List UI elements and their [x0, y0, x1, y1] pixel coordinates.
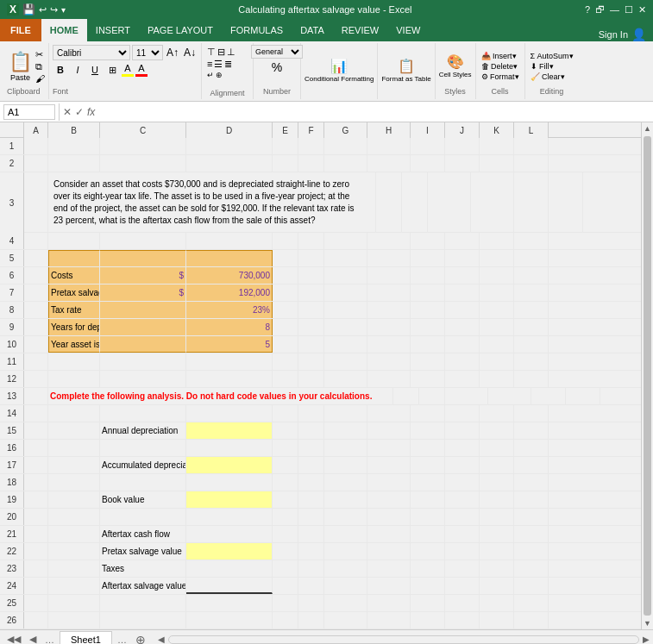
- cell-j6[interactable]: [445, 267, 480, 284]
- confirm-formula-icon[interactable]: ✓: [75, 106, 84, 118]
- cell-d25[interactable]: [186, 595, 273, 611]
- cell-h9[interactable]: [367, 319, 411, 335]
- vertical-scrollbar[interactable]: ▲ ▼: [641, 122, 653, 629]
- cell-j16[interactable]: [445, 440, 480, 456]
- cell-b25[interactable]: [48, 595, 100, 611]
- cell-h20[interactable]: [367, 509, 411, 525]
- cell-g7[interactable]: [324, 284, 367, 301]
- cell-a14[interactable]: [24, 405, 48, 422]
- cell-e21[interactable]: [273, 526, 298, 542]
- cell-h22[interactable]: [367, 543, 411, 560]
- cell-h6[interactable]: [367, 267, 411, 284]
- help-icon[interactable]: ?: [585, 4, 590, 15]
- cell-l24[interactable]: [514, 578, 549, 594]
- cell-e9[interactable]: [273, 319, 298, 335]
- cell-l6[interactable]: [514, 267, 549, 284]
- cell-b21[interactable]: [48, 526, 100, 542]
- cell-a17[interactable]: [24, 457, 48, 473]
- cell-b23[interactable]: [48, 560, 100, 577]
- cell-i18[interactable]: [411, 474, 445, 491]
- cell-e15[interactable]: [273, 422, 298, 439]
- clear-button[interactable]: 🧹 Clear▾: [531, 72, 574, 81]
- cell-l21[interactable]: [514, 526, 549, 542]
- cell-a21[interactable]: [24, 526, 48, 542]
- cell-k19[interactable]: [480, 491, 514, 508]
- cell-h15[interactable]: [367, 422, 411, 439]
- cell-i5[interactable]: [411, 250, 445, 266]
- cell-i25[interactable]: [411, 595, 445, 611]
- cell-b20[interactable]: [48, 509, 100, 525]
- formula-input[interactable]: [98, 104, 650, 120]
- cell-i4[interactable]: [411, 233, 445, 249]
- cell-l1[interactable]: [514, 138, 549, 154]
- h-scroll-right[interactable]: ▶: [643, 635, 650, 644]
- cell-e13[interactable]: [393, 388, 419, 404]
- cell-b9[interactable]: Years for depreciation: [48, 319, 100, 335]
- cell-h18[interactable]: [367, 474, 411, 491]
- cell-d18[interactable]: [186, 474, 273, 491]
- cell-j7[interactable]: [445, 284, 480, 301]
- cell-l12[interactable]: [514, 371, 549, 387]
- cell-c8[interactable]: [100, 302, 186, 318]
- cell-k21[interactable]: [480, 526, 514, 542]
- name-box[interactable]: A1: [3, 104, 55, 120]
- cell-f18[interactable]: [298, 474, 324, 491]
- cell-j13[interactable]: [566, 388, 600, 404]
- tab-home[interactable]: HOME: [41, 19, 87, 41]
- cell-i13[interactable]: [531, 388, 566, 404]
- cell-c16[interactable]: [100, 440, 186, 456]
- cell-h11[interactable]: [367, 353, 411, 370]
- cell-h16[interactable]: [367, 440, 411, 456]
- cell-g19[interactable]: [324, 491, 367, 508]
- tab-review[interactable]: REVIEW: [333, 19, 387, 41]
- cell-b4[interactable]: [48, 233, 100, 249]
- cell-g26[interactable]: [324, 612, 367, 628]
- cell-i10[interactable]: [411, 336, 445, 353]
- cell-j19[interactable]: [445, 491, 480, 508]
- align-bottom-button[interactable]: ⊥: [227, 47, 235, 58]
- cell-c12[interactable]: [100, 371, 186, 387]
- cell-j10[interactable]: [445, 336, 480, 353]
- cell-e19[interactable]: [273, 491, 298, 508]
- cell-d20[interactable]: [186, 509, 273, 525]
- sheet-tab-sheet1[interactable]: Sheet1: [60, 631, 112, 645]
- align-right-button[interactable]: ≣: [224, 59, 232, 70]
- cell-d21[interactable]: [186, 526, 273, 542]
- cell-i15[interactable]: [411, 422, 445, 439]
- cell-h8[interactable]: [367, 302, 411, 318]
- cell-h25[interactable]: [367, 595, 411, 611]
- cell-g11[interactable]: [324, 353, 367, 370]
- cell-g24[interactable]: [324, 578, 367, 594]
- number-format-select[interactable]: General: [251, 45, 303, 59]
- cell-a19[interactable]: [24, 491, 48, 508]
- cell-k7[interactable]: [480, 284, 514, 301]
- cell-d22[interactable]: [186, 543, 273, 560]
- format-button[interactable]: ⚙ Format▾: [481, 72, 519, 81]
- sign-in[interactable]: Sign In: [599, 29, 628, 40]
- cell-j26[interactable]: [445, 612, 480, 628]
- cut-button[interactable]: ✂: [35, 49, 45, 60]
- cell-a4[interactable]: [24, 233, 48, 249]
- cell-f6[interactable]: [298, 267, 324, 284]
- cell-d23[interactable]: [186, 560, 273, 577]
- quick-access-redo[interactable]: ↪: [50, 4, 58, 16]
- cell-j4[interactable]: [445, 233, 480, 249]
- cell-a9[interactable]: [24, 319, 48, 335]
- cell-i2[interactable]: [411, 155, 445, 172]
- cell-l16[interactable]: [514, 440, 549, 456]
- cell-h26[interactable]: [367, 612, 411, 628]
- copy-button[interactable]: ⧉: [35, 61, 45, 72]
- cell-b15[interactable]: [48, 422, 100, 439]
- align-top-button[interactable]: ⊤: [207, 47, 216, 58]
- cell-d11[interactable]: [186, 353, 273, 370]
- cell-j14[interactable]: [445, 405, 480, 422]
- cell-i3[interactable]: [514, 172, 549, 233]
- paste-button[interactable]: 📋 Paste: [7, 49, 34, 84]
- cell-d9[interactable]: 8: [186, 319, 273, 335]
- merge-center-button[interactable]: ⊕: [216, 71, 223, 79]
- cell-b26[interactable]: [48, 612, 100, 628]
- cell-f3[interactable]: [402, 172, 428, 233]
- cell-j8[interactable]: [445, 302, 480, 318]
- restore-icon[interactable]: 🗗: [595, 4, 605, 15]
- cell-a23[interactable]: [24, 560, 48, 577]
